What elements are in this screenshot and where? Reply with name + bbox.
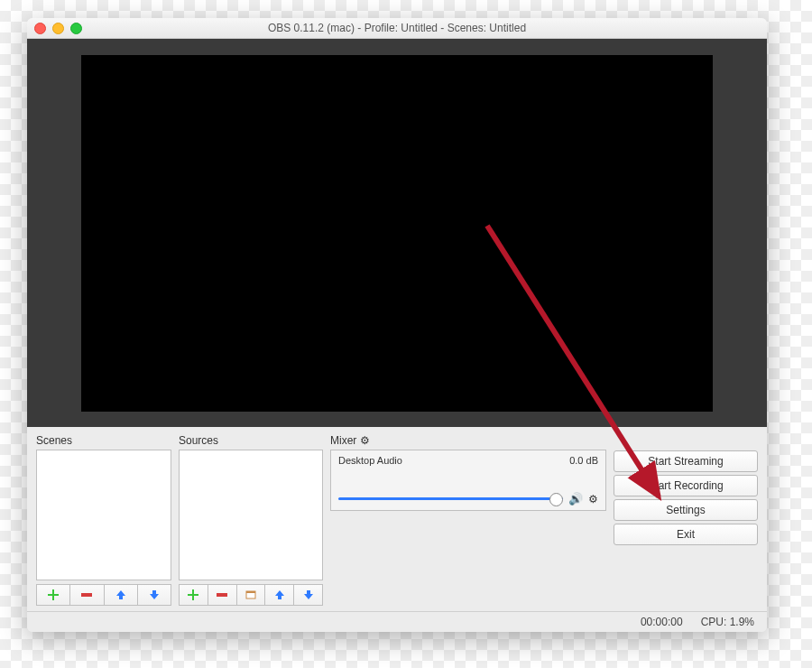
mixer-channel: Desktop Audio 0.0 dB 🔊 ⚙ xyxy=(330,450,606,511)
speaker-icon[interactable]: 🔊 xyxy=(568,492,583,506)
mixer-channel-level: 0.0 dB xyxy=(569,455,598,466)
exit-button[interactable]: Exit xyxy=(614,524,758,545)
status-bar: 00:00:00 CPU: 1.9% xyxy=(27,611,767,632)
preferences-icon xyxy=(245,589,256,600)
control-buttons: Start Streaming Start Recording Settings… xyxy=(614,450,758,606)
sources-toolbar xyxy=(179,584,323,606)
zoom-icon[interactable] xyxy=(70,23,82,34)
close-icon[interactable] xyxy=(34,23,46,34)
gear-icon[interactable]: ⚙ xyxy=(588,493,598,506)
sources-properties-button[interactable] xyxy=(236,584,265,606)
sources-remove-button[interactable] xyxy=(208,584,236,606)
svg-rect-3 xyxy=(246,591,255,593)
minimize-icon[interactable] xyxy=(52,23,64,34)
up-arrow-icon xyxy=(115,589,126,600)
mixer-label: Mixer xyxy=(330,434,356,447)
down-arrow-icon xyxy=(303,589,314,600)
titlebar: OBS 0.11.2 (mac) - Profile: Untitled - S… xyxy=(27,18,767,39)
sources-up-button[interactable] xyxy=(264,584,293,606)
mixer-header: Mixer ⚙ xyxy=(330,434,606,447)
scenes-up-button[interactable] xyxy=(104,584,137,606)
bottom-panels: Scenes Sources xyxy=(27,427,767,611)
plus-icon xyxy=(188,589,198,600)
sources-label: Sources xyxy=(179,434,323,447)
video-preview xyxy=(81,55,713,412)
scenes-toolbar xyxy=(36,584,171,606)
scenes-list[interactable] xyxy=(36,450,171,580)
preview-area xyxy=(27,39,767,427)
scenes-label: Scenes xyxy=(36,434,171,447)
scenes-panel: Scenes xyxy=(36,434,171,606)
app-window: OBS 0.11.2 (mac) - Profile: Untitled - S… xyxy=(27,18,767,632)
down-arrow-icon xyxy=(149,589,160,600)
svg-rect-1 xyxy=(217,593,227,597)
up-arrow-icon xyxy=(274,589,285,600)
sources-list[interactable] xyxy=(179,450,323,580)
scenes-remove-button[interactable] xyxy=(69,584,103,606)
scenes-down-button[interactable] xyxy=(137,584,171,606)
window-title: OBS 0.11.2 (mac) - Profile: Untitled - S… xyxy=(27,22,767,34)
status-time: 00:00:00 xyxy=(641,616,683,628)
sources-down-button[interactable] xyxy=(293,584,323,606)
sources-panel: Sources xyxy=(179,434,323,606)
mixer-panel: Mixer ⚙ Desktop Audio 0.0 dB 🔊 ⚙ xyxy=(330,434,606,606)
mixer-volume-slider[interactable] xyxy=(338,497,563,500)
window-controls xyxy=(34,23,82,34)
mixer-channel-name: Desktop Audio xyxy=(338,455,402,466)
gear-icon[interactable]: ⚙ xyxy=(360,434,370,447)
minus-icon xyxy=(217,593,227,597)
start-streaming-button[interactable]: Start Streaming xyxy=(614,450,758,472)
slider-thumb-icon[interactable] xyxy=(549,493,563,506)
svg-rect-0 xyxy=(81,593,92,597)
minus-icon xyxy=(81,593,92,597)
start-recording-button[interactable]: Start Recording xyxy=(614,475,758,496)
scenes-add-button[interactable] xyxy=(36,584,69,606)
settings-button[interactable]: Settings xyxy=(614,499,758,521)
sources-add-button[interactable] xyxy=(179,584,208,606)
plus-icon xyxy=(48,589,59,600)
status-cpu: CPU: 1.9% xyxy=(701,616,754,628)
